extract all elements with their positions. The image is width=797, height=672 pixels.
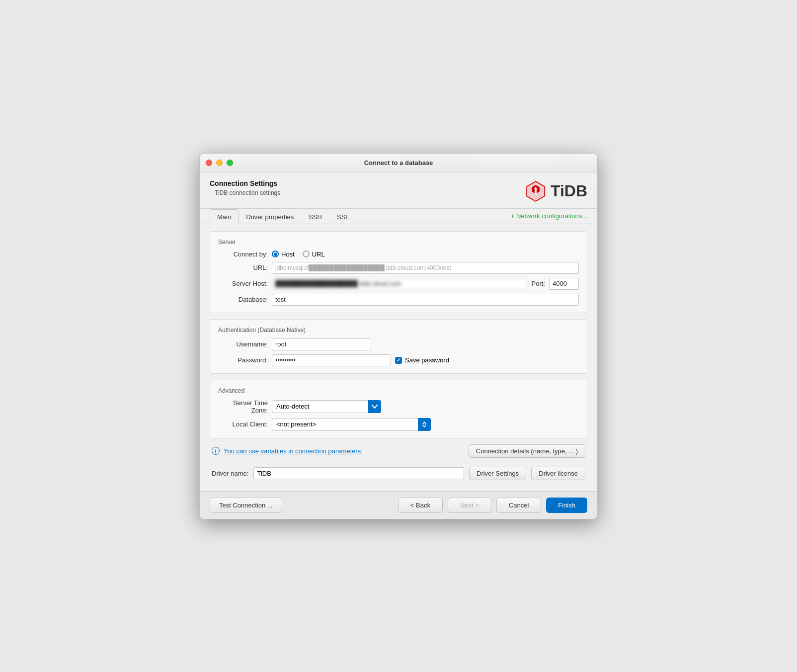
- minimize-button[interactable]: [216, 160, 223, 166]
- radio-host-circle: [272, 251, 279, 257]
- database-label: Database:: [218, 296, 268, 303]
- back-button[interactable]: < Back: [398, 498, 443, 513]
- username-label: Username:: [218, 340, 268, 348]
- tab-ssl[interactable]: SSL: [329, 209, 357, 224]
- network-configurations-link[interactable]: + Network configurations...: [511, 212, 587, 224]
- server-host-row: Server Host: Port:: [218, 278, 579, 290]
- advanced-section: Advanced Server Time Zone: Auto-detect L…: [210, 380, 587, 438]
- connect-by-row: Connect by: Host URL: [218, 251, 579, 258]
- driver-name-label: Driver name:: [212, 470, 248, 477]
- database-input[interactable]: [272, 294, 579, 306]
- url-label: URL:: [218, 264, 268, 271]
- local-client-select-wrap: <not present>: [272, 418, 431, 431]
- close-button[interactable]: [206, 160, 212, 166]
- tab-ssh[interactable]: SSH: [301, 209, 329, 224]
- bottom-left: Test Connection ...: [210, 498, 282, 513]
- finish-button[interactable]: Finish: [546, 498, 587, 513]
- local-client-label: Local Client:: [218, 420, 268, 428]
- window-controls: [206, 160, 233, 166]
- header-left: Connection Settings TiDB connection sett…: [210, 179, 280, 196]
- auth-section-title: Authentication (Database Native): [218, 327, 579, 334]
- driver-row: Driver name: Driver Settings Driver lice…: [210, 463, 587, 484]
- password-row: Password: Save password: [218, 354, 579, 366]
- main-window: Connect to a database Connection Setting…: [199, 153, 598, 519]
- password-input[interactable]: [272, 354, 391, 366]
- timezone-label: Server Time Zone:: [218, 399, 268, 414]
- tabs: Main Driver properties SSH SSL: [210, 209, 357, 224]
- server-host-label: Server Host:: [218, 280, 268, 287]
- save-password-checkbox[interactable]: [395, 357, 402, 364]
- connection-settings-subtitle: TiDB connection settings: [215, 189, 280, 196]
- url-input[interactable]: [272, 262, 579, 274]
- tidb-logo-icon: [524, 179, 548, 203]
- timezone-row: Server Time Zone: Auto-detect: [218, 399, 579, 414]
- port-input[interactable]: [549, 278, 579, 290]
- timezone-select-wrap: Auto-detect: [272, 400, 381, 413]
- advanced-section-title: Advanced: [218, 387, 579, 394]
- server-host-input[interactable]: [272, 278, 528, 290]
- tab-driver-properties[interactable]: Driver properties: [239, 209, 301, 224]
- main-content: Server Connect by: Host URL URL:: [200, 224, 597, 491]
- connect-by-radio-group: Host URL: [272, 251, 325, 258]
- driver-license-button[interactable]: Driver license: [531, 467, 585, 480]
- connection-settings-title: Connection Settings: [210, 179, 280, 187]
- save-password-label[interactable]: Save password: [395, 356, 449, 364]
- radio-url-circle: [303, 251, 310, 257]
- tab-main[interactable]: Main: [210, 209, 239, 224]
- server-section-title: Server: [218, 239, 579, 246]
- radio-url-label: URL: [312, 251, 325, 258]
- maximize-button[interactable]: [227, 160, 233, 166]
- logo-area: TiDB: [524, 179, 587, 203]
- svg-rect-1: [535, 189, 537, 194]
- connection-details-button[interactable]: Connection details (name, type, ... ): [469, 444, 585, 458]
- radio-host-label: Host: [281, 251, 295, 258]
- connect-by-label: Connect by:: [218, 251, 268, 258]
- info-icon: i: [212, 447, 220, 455]
- bottom-bar: Test Connection ... < Back Next > Cancel…: [200, 491, 597, 519]
- username-input[interactable]: [272, 338, 371, 350]
- server-section: Server Connect by: Host URL URL:: [210, 231, 587, 313]
- test-connection-button[interactable]: Test Connection ...: [210, 498, 282, 513]
- radio-host[interactable]: Host: [272, 251, 295, 258]
- timezone-select[interactable]: Auto-detect: [272, 400, 381, 413]
- cancel-button[interactable]: Cancel: [496, 498, 541, 513]
- footer-info: i You can use variables in connection pa…: [210, 444, 587, 458]
- tabs-bar: Main Driver properties SSH SSL + Network…: [200, 209, 597, 224]
- local-client-row: Local Client: <not present>: [218, 418, 579, 431]
- url-row: URL:: [218, 262, 579, 274]
- header: Connection Settings TiDB connection sett…: [200, 172, 597, 209]
- auth-section: Authentication (Database Native) Usernam…: [210, 319, 587, 374]
- variables-link[interactable]: You can use variables in connection para…: [224, 447, 363, 455]
- port-label: Port:: [532, 280, 545, 287]
- username-row: Username:: [218, 338, 579, 350]
- password-label: Password:: [218, 356, 268, 364]
- tidb-logo-text: TiDB: [551, 182, 587, 200]
- info-left: i You can use variables in connection pa…: [212, 447, 363, 455]
- driver-settings-button[interactable]: Driver Settings: [469, 467, 526, 480]
- window-title: Connect to a database: [364, 159, 433, 167]
- database-row: Database:: [218, 294, 579, 306]
- save-password-text: Save password: [405, 356, 449, 364]
- next-button[interactable]: Next >: [448, 498, 491, 513]
- bottom-right: < Back Next > Cancel Finish: [398, 498, 587, 513]
- driver-name-input[interactable]: [253, 467, 464, 479]
- radio-url[interactable]: URL: [303, 251, 325, 258]
- local-client-select[interactable]: <not present>: [272, 418, 431, 431]
- titlebar: Connect to a database: [200, 154, 597, 172]
